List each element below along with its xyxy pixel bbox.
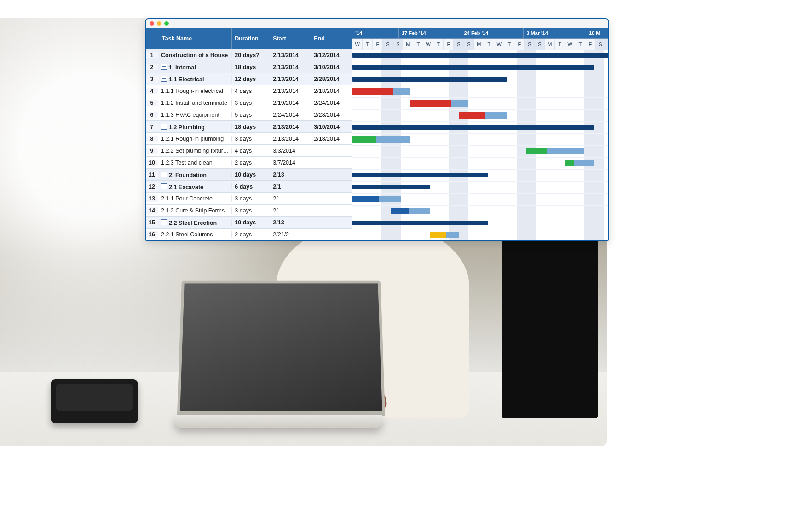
gantt-row[interactable] bbox=[352, 122, 608, 134]
task-bar[interactable] bbox=[410, 100, 468, 107]
task-name-cell[interactable]: 1.2.1 Rough-in plumbing bbox=[158, 136, 232, 142]
minimize-icon[interactable] bbox=[157, 21, 161, 26]
task-row[interactable]: 51.1.2 Install and terminate3 days2/19/2… bbox=[146, 97, 352, 109]
summary-bar[interactable] bbox=[352, 125, 594, 130]
start-cell[interactable]: 2/24/2014 bbox=[270, 112, 311, 118]
task-row[interactable]: 132.1.1 Pour Concrete3 days2/ bbox=[146, 193, 352, 205]
task-row[interactable]: 152.2 Steel Erection10 days2/13 bbox=[146, 217, 352, 229]
duration-cell[interactable]: 3 days bbox=[232, 100, 270, 106]
task-name-cell[interactable]: 1.1.3 HVAC equipment bbox=[158, 112, 232, 118]
task-name-cell[interactable]: 1.2 Plumbing bbox=[158, 123, 232, 131]
collapse-icon[interactable] bbox=[161, 124, 167, 130]
gantt-row[interactable] bbox=[352, 74, 608, 86]
gantt-row[interactable] bbox=[352, 182, 608, 194]
duration-cell[interactable]: 2 days bbox=[232, 160, 270, 166]
summary-bar[interactable] bbox=[352, 77, 507, 82]
gantt-row[interactable] bbox=[352, 194, 608, 206]
col-start[interactable]: Start bbox=[270, 28, 311, 49]
start-cell[interactable]: 2/ bbox=[270, 195, 311, 202]
collapse-icon[interactable] bbox=[161, 219, 167, 225]
task-bar[interactable] bbox=[565, 160, 594, 166]
start-cell[interactable]: 2/21/2 bbox=[270, 231, 311, 238]
collapse-icon[interactable] bbox=[161, 172, 167, 177]
task-name-cell[interactable]: 2.1.2 Cure & Strip Forms bbox=[158, 207, 232, 214]
task-row[interactable]: 142.1.2 Cure & Strip Forms3 days2/ bbox=[146, 205, 352, 217]
start-cell[interactable]: 2/13/2014 bbox=[270, 124, 311, 130]
task-row[interactable]: 61.1.3 HVAC equipment5 days2/24/20142/28… bbox=[146, 109, 352, 121]
summary-bar[interactable] bbox=[352, 173, 488, 177]
duration-cell[interactable]: 12 days bbox=[232, 76, 270, 82]
start-cell[interactable]: 2/13 bbox=[270, 219, 311, 226]
task-bar[interactable] bbox=[391, 208, 430, 214]
duration-cell[interactable]: 2 days bbox=[232, 231, 270, 238]
start-cell[interactable]: 2/13 bbox=[270, 172, 311, 178]
start-cell[interactable]: 2/ bbox=[270, 207, 311, 214]
task-row[interactable]: 1Construction of a House20 days?2/13/201… bbox=[146, 49, 352, 61]
duration-cell[interactable]: 18 days bbox=[232, 64, 270, 70]
start-cell[interactable]: 2/13/2014 bbox=[270, 88, 311, 94]
duration-cell[interactable]: 6 days bbox=[232, 183, 270, 190]
task-bar[interactable] bbox=[352, 196, 401, 202]
task-name-cell[interactable]: 2.2.1 Steel Columns bbox=[158, 231, 232, 238]
gantt-row[interactable] bbox=[352, 158, 608, 170]
summary-bar[interactable] bbox=[352, 221, 488, 225]
collapse-icon[interactable] bbox=[161, 76, 167, 82]
duration-cell[interactable]: 10 days bbox=[232, 219, 270, 226]
start-cell[interactable]: 2/19/2014 bbox=[270, 100, 311, 106]
task-row[interactable]: 81.2.1 Rough-in plumbing3 days2/13/20142… bbox=[146, 133, 352, 145]
task-name-cell[interactable]: 1.1.1 Rough-in electrical bbox=[158, 88, 232, 94]
gantt-chart[interactable]: '1417 Feb '1424 Feb '143 Mar '1410 M WTF… bbox=[352, 28, 608, 240]
task-bar[interactable] bbox=[526, 148, 584, 154]
col-task-name[interactable]: Task Name bbox=[158, 28, 232, 49]
end-cell[interactable]: 2/28/2014 bbox=[311, 112, 352, 118]
task-row[interactable]: 31.1 Electrical12 days2/13/20142/28/2014 bbox=[146, 73, 352, 85]
task-row[interactable]: 172.2.2 Beams4 days2/21/2014 bbox=[146, 240, 352, 241]
col-duration[interactable]: Duration bbox=[232, 28, 270, 49]
close-icon[interactable] bbox=[150, 21, 154, 26]
gantt-row[interactable] bbox=[352, 217, 608, 229]
duration-cell[interactable]: 4 days bbox=[232, 88, 270, 94]
titlebar[interactable] bbox=[146, 19, 608, 28]
gantt-row[interactable] bbox=[352, 146, 608, 158]
task-name-cell[interactable]: 1.1.2 Install and terminate bbox=[158, 100, 232, 106]
task-row[interactable]: 91.2.2 Set plumbing fixtur…4 days3/3/201… bbox=[146, 145, 352, 157]
duration-cell[interactable]: 18 days bbox=[232, 124, 270, 130]
start-cell[interactable]: 3/3/2014 bbox=[270, 148, 311, 154]
gantt-row[interactable] bbox=[352, 62, 608, 74]
start-cell[interactable]: 2/13/2014 bbox=[270, 136, 311, 142]
task-name-cell[interactable]: 2.2 Steel Erection bbox=[158, 219, 232, 226]
zoom-icon[interactable] bbox=[164, 21, 169, 26]
task-row[interactable]: 162.2.1 Steel Columns2 days2/21/2 bbox=[146, 229, 352, 240]
task-bar[interactable] bbox=[352, 88, 410, 95]
duration-cell[interactable]: 3 days bbox=[232, 195, 270, 202]
col-end[interactable]: End bbox=[311, 28, 352, 49]
task-name-cell[interactable]: 1.2.2 Set plumbing fixtur… bbox=[158, 148, 232, 154]
task-name-cell[interactable]: Construction of a House bbox=[158, 52, 232, 58]
end-cell[interactable]: 3/10/2014 bbox=[311, 64, 352, 70]
gantt-row[interactable] bbox=[352, 134, 608, 146]
start-cell[interactable]: 2/13/2014 bbox=[270, 52, 311, 58]
task-bar[interactable] bbox=[459, 112, 507, 119]
duration-cell[interactable]: 10 days bbox=[232, 172, 270, 178]
task-row[interactable]: 41.1.1 Rough-in electrical4 days2/13/201… bbox=[146, 85, 352, 97]
end-cell[interactable]: 2/18/2014 bbox=[311, 88, 352, 94]
start-cell[interactable]: 2/13/2014 bbox=[270, 64, 311, 70]
gantt-row[interactable] bbox=[352, 110, 608, 122]
task-row[interactable]: 122.1 Excavate6 days2/1 bbox=[146, 181, 352, 193]
task-name-cell[interactable]: 2.1 Excavate bbox=[158, 183, 232, 190]
task-name-cell[interactable]: 1.1 Electrical bbox=[158, 75, 232, 83]
gantt-row[interactable] bbox=[352, 170, 608, 182]
collapse-icon[interactable] bbox=[161, 183, 167, 189]
task-row[interactable]: 71.2 Plumbing18 days2/13/20143/10/2014 bbox=[146, 121, 352, 133]
task-name-cell[interactable]: 2. Foundation bbox=[158, 171, 232, 178]
duration-cell[interactable]: 3 days bbox=[232, 136, 270, 142]
summary-bar[interactable] bbox=[352, 185, 430, 189]
end-cell[interactable]: 3/12/2014 bbox=[311, 52, 352, 58]
task-row[interactable]: 21. Internal18 days2/13/20143/10/2014 bbox=[146, 61, 352, 73]
start-cell[interactable]: 2/1 bbox=[270, 183, 311, 190]
task-row[interactable]: 101.2.3 Test and clean2 days3/7/2014 bbox=[146, 157, 352, 169]
task-bar[interactable] bbox=[430, 232, 459, 238]
collapse-icon[interactable] bbox=[161, 64, 167, 70]
task-name-cell[interactable]: 2.1.1 Pour Concrete bbox=[158, 195, 232, 202]
end-cell[interactable]: 3/10/2014 bbox=[311, 124, 352, 130]
